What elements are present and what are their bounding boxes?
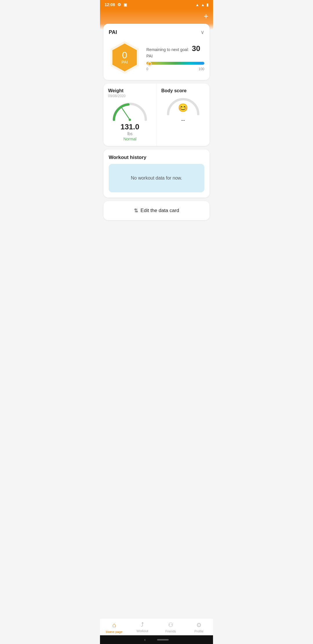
workout-history-card: Workout history No workout data for now.	[103, 149, 210, 198]
svg-point-3	[129, 119, 131, 121]
status-bar: 12:08 ⚙ ▣ ▲ ▲ ▮	[100, 0, 213, 9]
weight-status: Normal	[108, 137, 152, 141]
workout-empty-message: No workout data for now.	[109, 164, 204, 192]
battery-icon: ▮	[206, 3, 208, 7]
status-time: 12:08	[105, 2, 115, 7]
settings-icon: ⚙	[117, 2, 121, 7]
pai-remaining-unit: PAI	[146, 54, 204, 58]
body-score-column[interactable]: Body score 😊 --	[156, 84, 210, 146]
edit-data-icon: ⇅	[134, 207, 138, 214]
clipboard-icon: ▣	[123, 3, 127, 7]
pai-progress-bar	[146, 62, 204, 66]
pai-value: 0	[122, 50, 127, 60]
weight-gauge	[111, 101, 149, 121]
body-score-emoji: 😊	[178, 103, 188, 113]
edit-data-card[interactable]: ⇅ Edit the data card	[103, 201, 210, 220]
pai-progress-max: 100	[199, 67, 204, 71]
pai-card-title: PAI	[109, 29, 117, 35]
svg-line-2	[122, 108, 130, 120]
body-score-gauge: 😊	[166, 96, 201, 115]
pai-hexagon: 0 PAI	[109, 40, 141, 75]
pai-chevron-icon[interactable]: ∨	[201, 29, 204, 35]
weight-value: 131.0	[108, 122, 152, 131]
edit-data-label: Edit the data card	[141, 208, 179, 214]
weight-date: 09/08/2020	[108, 94, 152, 98]
body-score-title: Body score	[161, 88, 205, 93]
workout-history-title: Workout history	[109, 155, 204, 160]
signal-icon: ▲	[201, 3, 205, 7]
wifi-icon: ▲	[195, 3, 199, 7]
weight-title: Weight	[108, 88, 152, 93]
pai-remaining-label: Remaining to next goal:	[146, 47, 189, 52]
pai-card: PAI ∨ 0 PAI Remaining to next	[103, 24, 210, 80]
weight-column[interactable]: Weight 09/08/2020 131.0 lbs Normal	[103, 84, 156, 146]
pai-info: Remaining to next goal: 30 PAI 0 100	[146, 44, 204, 71]
pai-progress-min: 0	[146, 67, 148, 71]
weight-unit: lbs	[108, 131, 152, 136]
pai-remaining-value: 30	[192, 44, 200, 53]
pai-label: PAI	[121, 60, 128, 64]
body-score-value: --	[161, 117, 205, 124]
weight-bodyscore-card: Weight 09/08/2020 131.0 lbs Normal Body	[103, 84, 210, 146]
add-button[interactable]: +	[204, 12, 208, 21]
